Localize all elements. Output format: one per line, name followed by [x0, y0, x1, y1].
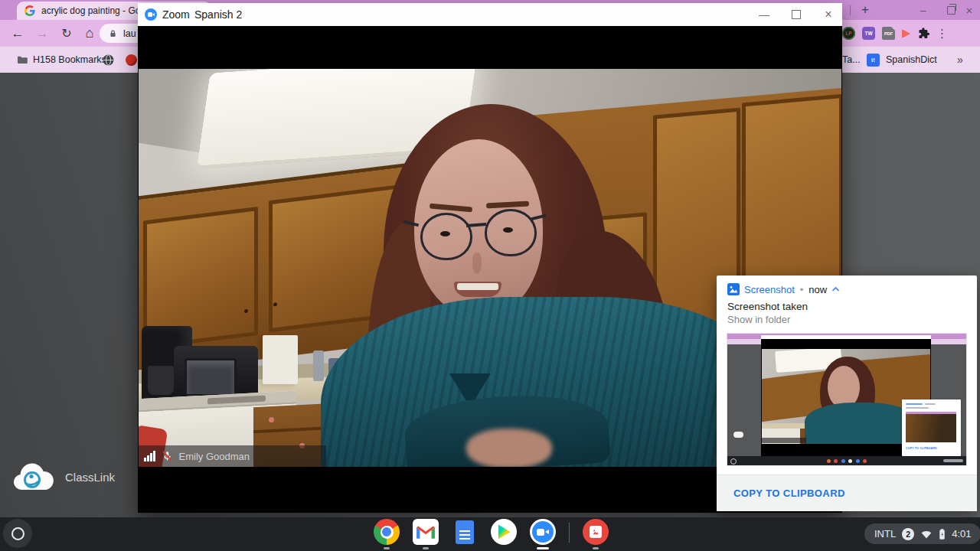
thumbnail-mini-classlink [733, 432, 743, 438]
classlink-cloud-icon [11, 461, 55, 493]
zoom-shelf-icon [530, 519, 556, 545]
bookmark-folder-label: H158 Bookmarks [33, 54, 106, 65]
collapse-chevron-icon[interactable] [831, 286, 840, 292]
bookmark-globe[interactable] [103, 47, 114, 73]
counter-bottle [313, 350, 324, 381]
reload-button[interactable]: ↻ [55, 20, 78, 47]
bookmark-spanishdict[interactable]: i! SpanishDict [867, 47, 937, 73]
muted-mic-icon [162, 450, 173, 462]
back-button[interactable]: ← [6, 20, 29, 47]
zoom-title-bar[interactable]: Zoom Spanish 2 — × [138, 3, 842, 27]
zoom-minimize-button[interactable]: — [753, 3, 776, 26]
bookmarks-overflow-icon[interactable]: » [957, 47, 963, 73]
shelf-apps [374, 519, 609, 551]
chrome-running-indicator [384, 547, 390, 549]
participant-name-label: Emily Goodman [179, 451, 250, 462]
launcher-circle-icon [11, 527, 24, 540]
thumbnail-mini-shelf [727, 456, 966, 465]
participant-face [414, 139, 543, 317]
browser-close-button[interactable]: × [959, 0, 980, 20]
status-tray[interactable]: INTL 2 4:01 [864, 523, 980, 544]
thumbnail-mini-notification: COPY TO CLIPBOARD [902, 399, 961, 456]
classlink-label: ClassLink [65, 471, 115, 484]
zoom-meeting-title: Spanish 2 [194, 8, 242, 21]
participant-name-tag: Emily Goodman [139, 445, 326, 467]
notification-time: now [808, 284, 827, 295]
address-text: lau [123, 28, 136, 39]
forward-button[interactable]: → [31, 20, 54, 47]
shelf-item-chrome[interactable] [374, 519, 400, 549]
screenshot-app-icon [727, 283, 740, 295]
shelf-separator [569, 523, 570, 543]
screenshot-notification[interactable]: Screenshot • now Screenshot taken Show i… [717, 276, 977, 511]
notification-separator: • [800, 284, 804, 295]
notification-source: Screenshot [744, 284, 795, 295]
play-extension-icon[interactable] [902, 29, 910, 38]
chrome-icon [374, 519, 400, 545]
globe-favicon-icon [103, 54, 114, 66]
pdf-extension-icon[interactable]: PDF [882, 27, 895, 40]
glasses-right-lens [485, 209, 537, 256]
counter-white-box [263, 335, 298, 384]
thumbnail-mini-action: COPY TO CLIPBOARD [906, 447, 937, 450]
zoom-maximize-button[interactable] [785, 3, 808, 26]
spanishdict-label: SpanishDict [886, 54, 937, 65]
lock-icon [109, 29, 117, 38]
thumbnail-mini-status [943, 459, 963, 462]
browser-menu-icon[interactable]: ⋮ [936, 27, 944, 41]
copy-to-clipboard-button[interactable]: COPY TO CLIPBOARD [733, 487, 845, 499]
keyboard-layout-label: INTL [874, 528, 896, 540]
gmail-running-indicator [423, 547, 429, 549]
zoom-close-button[interactable]: × [817, 3, 840, 26]
participant-smile [454, 282, 501, 297]
zoom-active-indicator [537, 547, 549, 549]
shelf-item-screenshot-tool[interactable] [583, 519, 609, 549]
tab-separator [850, 5, 851, 15]
screenshot-thumbnail[interactable]: COPY TO CLIPBOARD [727, 334, 966, 465]
thumbnail-mini-launcher [730, 458, 737, 465]
gmail-icon [413, 519, 439, 545]
extensions-row: LP TW PDF ⋮ [842, 20, 944, 47]
spanishdict-icon: i! [867, 54, 880, 67]
restore-icon [947, 6, 956, 15]
bookmark-folder-h158[interactable]: H158 Bookmarks [17, 47, 106, 73]
home-button[interactable]: ⌂ [78, 20, 101, 47]
bookmarks-folder-icon [17, 55, 28, 64]
signal-bars-icon [144, 451, 155, 461]
classlink-logo[interactable]: ClassLink [11, 461, 115, 493]
shelf-item-docs[interactable] [452, 519, 478, 549]
tab-title: acrylic dog painting - Googl [41, 5, 152, 16]
wifi-icon [920, 529, 933, 540]
glasses-left-lens [420, 213, 472, 260]
tw-extension-icon[interactable]: TW [862, 27, 875, 40]
notification-footer: COPY TO CLIPBOARD [717, 474, 977, 511]
notification-header: Screenshot • now [727, 283, 840, 295]
new-tab-button[interactable]: + [857, 1, 874, 19]
extensions-puzzle-icon[interactable] [917, 28, 929, 40]
bookmark-truncated[interactable]: Ta... [842, 47, 861, 73]
chromeos-shelf: INTL 2 4:01 [0, 517, 980, 551]
browser-minimize-button[interactable]: – [913, 0, 934, 20]
notification-title: Screenshot taken [727, 301, 808, 312]
screenshot-tool-icon [583, 519, 609, 545]
play-store-icon [491, 519, 517, 545]
lastpass-extension-icon[interactable]: LP [842, 27, 855, 40]
zoom-app-icon [145, 8, 157, 21]
notification-count-badge: 2 [902, 528, 914, 540]
participant-hand [466, 429, 552, 467]
docs-icon [452, 519, 478, 545]
shelf-item-gmail[interactable] [413, 519, 439, 549]
battery-icon [939, 528, 946, 540]
notification-subtitle[interactable]: Show in folder [727, 314, 790, 325]
shelf-item-play-store[interactable] [491, 519, 517, 549]
launcher-button[interactable] [3, 519, 32, 548]
shelf-item-zoom[interactable] [530, 519, 556, 549]
bookmark-red-site[interactable] [126, 47, 137, 73]
google-favicon [24, 5, 35, 16]
zoom-app-name: Zoom [162, 8, 190, 21]
screenshot-tool-running-indicator [593, 547, 599, 549]
maximize-icon [792, 10, 801, 19]
red-favicon-icon [126, 54, 137, 66]
clock-label: 4:01 [952, 528, 971, 540]
